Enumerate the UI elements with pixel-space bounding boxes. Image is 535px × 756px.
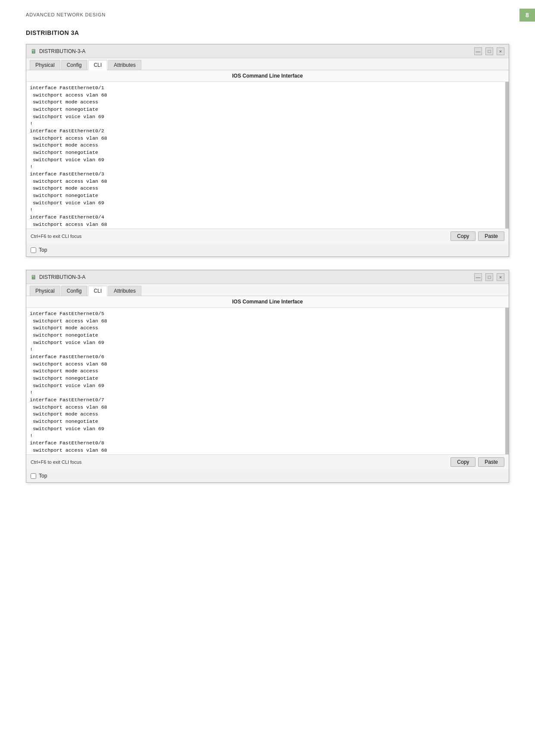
cli-footer-buttons-1: Copy Paste: [451, 231, 504, 241]
window-2: 🖥 DISTRIBUTION-3-A — □ × Physical Config…: [26, 270, 509, 483]
window-2-title: DISTRIBUTION-3-A: [39, 274, 85, 280]
maximize-button-1[interactable]: □: [485, 47, 493, 55]
paste-button-1[interactable]: Paste: [478, 231, 504, 241]
minimize-button-1[interactable]: —: [474, 47, 482, 55]
cli-label-1: IOS Command Line Interface: [26, 70, 509, 82]
paste-button-2[interactable]: Paste: [478, 457, 504, 467]
window-2-tabs: Physical Config CLI Attributes: [26, 284, 509, 296]
close-button-1[interactable]: ×: [497, 47, 504, 55]
window-1: 🖥 DISTRIBUTION-3-A — □ × Physical Config…: [26, 44, 509, 257]
top-checkbox-2[interactable]: [31, 473, 36, 479]
cli-output-1[interactable]: interface FastEthernet0/1 switchport acc…: [26, 82, 509, 228]
page-header: ADVANCED NETWORK DESIGN: [0, 0, 535, 17]
top-label-2: Top: [39, 473, 47, 479]
page-number-badge: 8: [519, 9, 535, 22]
tab-1-cli[interactable]: CLI: [88, 60, 107, 70]
section-title: DISTRIBITION 3A: [0, 17, 535, 44]
top-label-1: Top: [39, 247, 47, 253]
top-row-1: Top: [26, 244, 509, 256]
cli-footer-text-2: Ctrl+F6 to exit CLI focus: [31, 459, 81, 465]
cli-footer-text-1: Ctrl+F6 to exit CLI focus: [31, 234, 81, 239]
window-2-titlebar: 🖥 DISTRIBUTION-3-A — □ ×: [26, 270, 509, 284]
tab-1-config[interactable]: Config: [61, 60, 88, 70]
window-1-tabs: Physical Config CLI Attributes: [26, 58, 509, 70]
copy-button-2[interactable]: Copy: [451, 457, 476, 467]
tab-2-cli[interactable]: CLI: [88, 286, 107, 296]
copy-button-1[interactable]: Copy: [451, 231, 476, 241]
tab-1-physical[interactable]: Physical: [30, 60, 60, 70]
window-2-title-left: 🖥 DISTRIBUTION-3-A: [31, 274, 85, 281]
cli-label-2: IOS Command Line Interface: [26, 296, 509, 308]
cli-footer-2: Ctrl+F6 to exit CLI focus Copy Paste: [26, 454, 509, 469]
window-2-controls: — □ ×: [474, 273, 504, 281]
cli-output-2[interactable]: interface FastEthernet0/5 switchport acc…: [26, 308, 509, 454]
minimize-button-2[interactable]: —: [474, 273, 482, 281]
tab-2-physical[interactable]: Physical: [30, 286, 60, 296]
network-device-icon: 🖥: [31, 48, 37, 55]
cli-footer-buttons-2: Copy Paste: [451, 457, 504, 467]
window-1-titlebar: 🖥 DISTRIBUTION-3-A — □ ×: [26, 44, 509, 58]
cli-footer-1: Ctrl+F6 to exit CLI focus Copy Paste: [26, 228, 509, 244]
window-1-title: DISTRIBUTION-3-A: [39, 48, 85, 54]
top-row-2: Top: [26, 469, 509, 482]
window-1-title-left: 🖥 DISTRIBUTION-3-A: [31, 48, 85, 55]
top-checkbox-1[interactable]: [31, 247, 36, 253]
window-1-controls: — □ ×: [474, 47, 504, 55]
maximize-button-2[interactable]: □: [485, 273, 493, 281]
tab-1-attributes[interactable]: Attributes: [108, 60, 141, 70]
close-button-2[interactable]: ×: [497, 273, 504, 281]
tab-2-attributes[interactable]: Attributes: [108, 286, 141, 296]
network-device-icon-2: 🖥: [31, 274, 37, 281]
tab-2-config[interactable]: Config: [61, 286, 88, 296]
